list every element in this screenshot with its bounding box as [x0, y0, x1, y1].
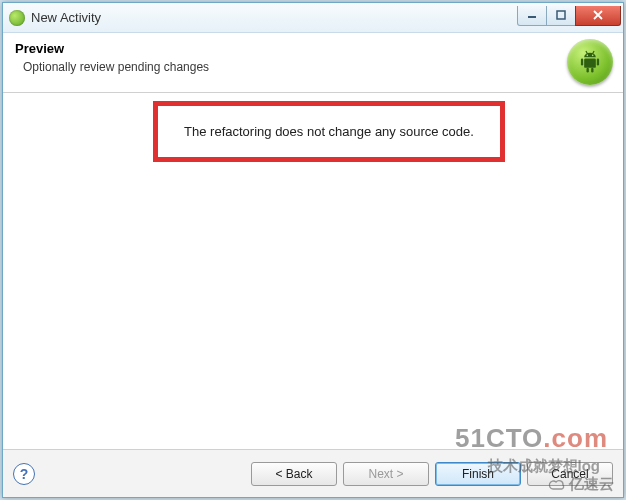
svg-line-8	[593, 51, 595, 54]
minimize-button[interactable]	[517, 6, 547, 26]
wizard-header: Preview Optionally review pending change…	[3, 33, 623, 93]
maximize-button[interactable]	[546, 6, 576, 26]
page-subtitle: Optionally review pending changes	[23, 60, 611, 74]
window-title: New Activity	[31, 10, 101, 25]
help-button[interactable]: ?	[13, 463, 35, 485]
page-title: Preview	[15, 41, 611, 56]
cancel-button[interactable]: Cancel	[527, 462, 613, 486]
svg-rect-1	[557, 11, 565, 19]
dialog-window: New Activity Preview Optionally review p…	[2, 2, 624, 498]
refactoring-message: The refactoring does not change any sour…	[153, 101, 505, 162]
help-icon: ?	[20, 466, 29, 482]
next-button[interactable]: Next >	[343, 462, 429, 486]
svg-rect-6	[591, 68, 593, 73]
wizard-footer: ? < Back Next > Finish Cancel	[3, 449, 623, 497]
svg-rect-5	[587, 68, 589, 73]
maximize-icon	[556, 10, 566, 20]
android-icon	[567, 39, 613, 85]
svg-point-9	[587, 55, 589, 57]
titlebar[interactable]: New Activity	[3, 3, 623, 33]
wizard-content: The refactoring does not change any sour…	[3, 93, 623, 449]
finish-button[interactable]: Finish	[435, 462, 521, 486]
close-button[interactable]	[575, 6, 621, 26]
svg-rect-0	[528, 16, 536, 18]
svg-rect-2	[584, 59, 596, 68]
minimize-icon	[527, 10, 537, 20]
close-icon	[592, 9, 604, 21]
svg-rect-3	[581, 59, 583, 66]
svg-point-10	[592, 55, 594, 57]
window-controls	[518, 6, 621, 26]
svg-rect-4	[597, 59, 599, 66]
app-icon	[9, 10, 25, 26]
back-button[interactable]: < Back	[251, 462, 337, 486]
svg-line-7	[586, 51, 588, 54]
